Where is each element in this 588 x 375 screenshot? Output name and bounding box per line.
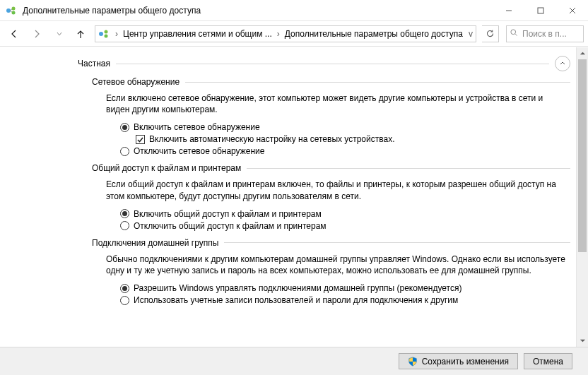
section-description: Если общий доступ к файлам и принтерам в… [106,179,568,201]
radio-icon [120,123,129,132]
section-network-discovery: Сетевое обнаружение Если включено сетево… [92,77,570,156]
address-dropdown[interactable]: v [469,29,473,39]
divider [116,64,549,64]
search-input[interactable] [521,28,580,40]
section-description: Если включено сетевое обнаружение, этот … [106,93,568,115]
scroll-track[interactable] [577,59,588,335]
radio-homegroup-windows[interactable]: Разрешить Windows управлять подключениям… [120,283,570,293]
option-label: Разрешить Windows управлять подключениям… [134,283,461,293]
network-icon [98,28,110,40]
shield-icon [408,357,418,367]
breadcrumb-item[interactable]: Дополнительные параметры общего доступа [283,29,465,39]
footer: Сохранить изменения Отмена [0,347,588,375]
cancel-button[interactable]: Отмена [524,353,572,369]
option-label: Включить автоматическую настройку на сет… [149,134,395,144]
svg-point-10 [99,32,103,36]
svg-point-13 [511,30,516,35]
chevron-right-icon[interactable]: › [276,29,281,39]
search-box[interactable] [506,25,584,42]
radio-icon [120,147,129,156]
radio-icon [120,284,129,293]
back-button[interactable] [4,25,24,43]
section-file-sharing: Общий доступ к файлам и принтерам Если о… [92,163,570,230]
collapse-button[interactable] [555,56,570,71]
option-label: Включить сетевое обнаружение [134,122,260,132]
window-title: Дополнительные параметры общего доступа [23,6,493,16]
svg-marker-15 [580,52,584,55]
forward-button[interactable] [27,25,47,43]
divider [224,242,570,243]
svg-point-1 [12,6,16,10]
close-button[interactable] [556,0,588,20]
breadcrumb-item[interactable]: Центр управления сетями и общим ... [121,29,274,39]
radio-icon [120,221,129,230]
chevron-right-icon[interactable]: › [114,29,119,39]
profile-name: Частная [78,59,110,69]
checkbox-icon [136,135,145,144]
radio-discovery-on[interactable]: Включить сетевое обнаружение [120,122,570,132]
radio-discovery-off[interactable]: Отключить сетевое обнаружение [120,146,570,156]
up-button[interactable] [72,25,89,43]
scroll-thumb[interactable] [578,59,587,252]
svg-point-11 [105,30,108,33]
save-button[interactable]: Сохранить изменения [399,353,518,369]
button-label: Сохранить изменения [422,357,509,367]
divider [247,168,570,169]
button-label: Отмена [533,357,563,367]
radio-sharing-off[interactable]: Отключить общий доступ к файлам и принте… [120,221,570,231]
section-title: Сетевое обнаружение [92,77,180,87]
checkbox-auto-setup[interactable]: Включить автоматическую настройку на сет… [136,134,570,144]
svg-point-12 [105,34,108,37]
option-label: Включить общий доступ к файлам и принтер… [134,209,322,219]
address-bar[interactable]: › Центр управления сетями и общим ... › … [95,25,476,42]
maximize-button[interactable] [524,0,556,20]
section-title: Общий доступ к файлам и принтерам [92,163,241,173]
svg-line-14 [515,34,517,35]
section-title: Подключения домашней группы [92,238,218,248]
svg-rect-6 [538,8,543,13]
minimize-button[interactable] [493,0,524,20]
svg-marker-16 [580,340,584,343]
section-description: Обычно подключениями к другим компьютера… [106,254,568,276]
option-label: Использовать учетные записи пользователе… [134,295,458,305]
radio-icon [120,209,129,218]
radio-sharing-on[interactable]: Включить общий доступ к файлам и принтер… [120,209,570,219]
navbar: › Центр управления сетями и общим ... › … [0,21,588,47]
search-icon [510,28,518,39]
scroll-up-button[interactable] [577,47,588,59]
option-label: Отключить общий доступ к файлам и принте… [134,221,327,231]
svg-point-2 [12,11,16,14]
scroll-down-button[interactable] [577,335,588,347]
option-label: Отключить сетевое обнаружение [134,146,264,156]
app-icon [6,5,17,16]
radio-homegroup-user[interactable]: Использовать учетные записи пользователе… [120,295,570,305]
profile-header[interactable]: Частная [78,56,570,71]
radio-icon [120,296,129,305]
vertical-scrollbar[interactable] [576,47,588,347]
divider [185,82,570,83]
section-homegroup: Подключения домашней группы Обычно подкл… [92,238,570,305]
refresh-button[interactable] [482,25,499,42]
recent-dropdown[interactable] [49,25,69,43]
titlebar: Дополнительные параметры общего доступа [0,0,588,21]
